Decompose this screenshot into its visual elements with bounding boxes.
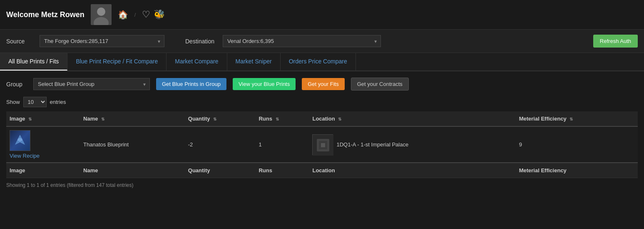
- svg-point-1: [97, 8, 105, 16]
- source-label: Source: [6, 38, 31, 45]
- destination-select-wrapper: Venal Orders:6,395: [223, 35, 381, 47]
- sort-icon-name: ⇅: [101, 117, 104, 121]
- view-your-blueprints-button[interactable]: View your Blue Prints: [233, 78, 296, 90]
- col-name[interactable]: Name ⇅: [80, 111, 185, 126]
- home-icon[interactable]: 🏠: [118, 10, 128, 20]
- location-image: [312, 134, 333, 155]
- refresh-auth-button[interactable]: Refresh Auth: [593, 35, 638, 48]
- table-header-row: Image ⇅ Name ⇅ Quantity ⇅ Runs ⇅ Locatio…: [6, 111, 638, 126]
- tab-all-blueprints[interactable]: All Blue Prints / Fits: [0, 53, 67, 70]
- source-select[interactable]: The Forge Orders:285,117: [40, 35, 164, 47]
- cell-image: View Recipe: [6, 126, 80, 163]
- welcome-text: Welcome Metz Rowen: [6, 10, 85, 19]
- source-select-wrapper: The Forge Orders:285,117: [40, 35, 164, 47]
- destination-select[interactable]: Venal Orders:6,395: [223, 35, 381, 47]
- sort-icon-location: ⇅: [338, 117, 341, 121]
- tab-market-sniper[interactable]: Market Sniper: [227, 53, 281, 70]
- location-cell: 1DQ1-A - 1-st Imperial Palace: [312, 134, 512, 155]
- location-text: 1DQ1-A - 1-st Imperial Palace: [336, 141, 408, 148]
- table-row: View Recipe Thanatos Blueprint -2 1: [6, 126, 638, 163]
- view-recipe-link[interactable]: View Recipe: [10, 153, 77, 159]
- cell-material-efficiency: 9: [516, 126, 638, 163]
- sort-icon-me: ⇅: [569, 117, 573, 121]
- divider: /: [134, 12, 136, 18]
- footer-col-runs: Runs: [255, 163, 309, 178]
- sort-icon-runs: ⇅: [276, 117, 279, 121]
- sort-icon-image: ⇅: [28, 117, 32, 121]
- svg-point-5: [17, 138, 22, 141]
- footer-col-me: Meterial Efficiency: [516, 163, 638, 178]
- tab-market-compare[interactable]: Market Compare: [167, 53, 227, 70]
- col-location[interactable]: Location ⇅: [309, 111, 515, 126]
- main-content: Group Select Blue Print Group Get Blue P…: [0, 71, 644, 194]
- group-label: Group: [6, 81, 27, 88]
- cell-runs: 1: [255, 126, 309, 163]
- tab-blueprint-recipe[interactable]: Blue Print Recipe / Fit Compare: [67, 53, 167, 70]
- tabs-bar: All Blue Prints / Fits Blue Print Recipe…: [0, 53, 644, 71]
- get-blueprints-in-group-button[interactable]: Get Blue Prints in Group: [156, 78, 226, 90]
- show-label: Show: [6, 99, 20, 105]
- footer-col-image: Image: [6, 163, 80, 178]
- avatar: [91, 4, 112, 25]
- footer-col-location: Location: [309, 163, 515, 178]
- cell-quantity: -2: [185, 126, 256, 163]
- entries-label: entries: [50, 99, 66, 105]
- header: Welcome Metz Rowen 🏠 / ♡ 🐝: [0, 0, 644, 30]
- sort-icon-quantity: ⇅: [213, 117, 216, 121]
- svg-rect-9: [321, 143, 325, 147]
- col-quantity[interactable]: Quantity ⇅: [185, 111, 256, 126]
- blueprint-image: [10, 130, 30, 151]
- col-material-efficiency[interactable]: Meterial Efficiency ⇅: [516, 111, 638, 126]
- footer-showing-text: Showing 1 to 1 of 1 entries (filtered fr…: [6, 182, 638, 188]
- cell-location: 1DQ1-A - 1-st Imperial Palace: [309, 126, 515, 163]
- get-your-fits-button[interactable]: Get your Fits: [302, 78, 344, 90]
- get-your-contracts-button[interactable]: Get your Contracts: [351, 78, 409, 91]
- blueprints-table: Image ⇅ Name ⇅ Quantity ⇅ Runs ⇅ Locatio…: [6, 111, 638, 178]
- cell-name: Thanatos Blueprint: [80, 126, 185, 163]
- col-image[interactable]: Image ⇅: [6, 111, 80, 126]
- group-row: Group Select Blue Print Group Get Blue P…: [6, 78, 638, 91]
- bee-icon[interactable]: 🐝: [154, 9, 165, 20]
- footer-col-quantity: Quantity: [185, 163, 256, 178]
- group-select[interactable]: Select Blue Print Group: [33, 78, 150, 90]
- filter-bar: Source The Forge Orders:285,117 Destinat…: [0, 30, 644, 53]
- group-select-wrapper: Select Blue Print Group: [33, 78, 150, 90]
- tab-orders-price-compare[interactable]: Orders Price Compare: [281, 53, 356, 70]
- destination-label: Destination: [185, 38, 214, 45]
- col-runs[interactable]: Runs ⇅: [255, 111, 309, 126]
- show-entries-row: Show 10 25 50 100 entries: [6, 97, 638, 107]
- table-footer-header-row: Image Name Quantity Runs Location Meteri…: [6, 163, 638, 178]
- header-icons: ♡ 🐝: [142, 9, 165, 20]
- footer-col-name: Name: [80, 163, 185, 178]
- heart-icon[interactable]: ♡: [142, 9, 150, 20]
- entries-select[interactable]: 10 25 50 100: [23, 97, 47, 107]
